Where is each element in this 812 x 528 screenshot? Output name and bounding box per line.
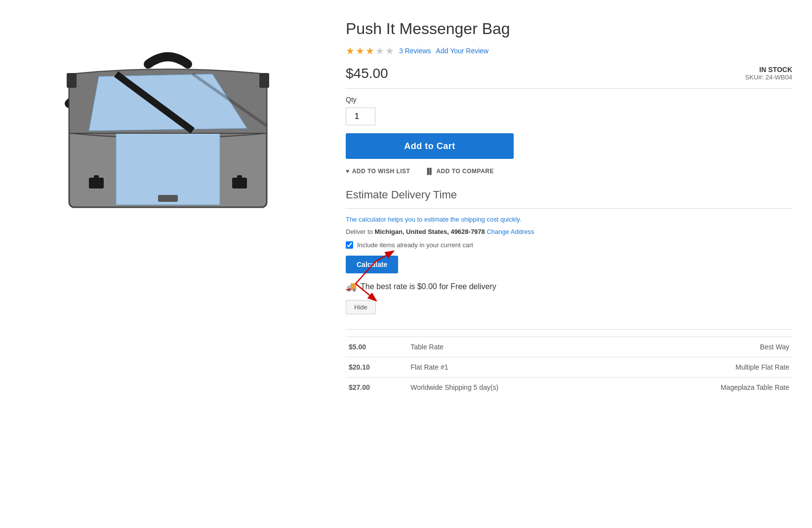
shipping-rate-carrier-3: Mageplaza Table Rate <box>622 377 792 398</box>
shipping-rate-name-2: Flat Rate #1 <box>407 357 622 377</box>
best-rate-text: The best rate is $0.00 for Free delivery <box>361 282 496 291</box>
star-1: ★ <box>346 45 355 57</box>
hide-button[interactable]: Hide <box>346 300 376 314</box>
shipping-rate-carrier-2: Multiple Flat Rate <box>622 357 792 377</box>
star-2: ★ <box>356 45 365 57</box>
calculate-button[interactable]: Calculate <box>346 256 398 273</box>
sku-label: SKU#: <box>745 74 764 81</box>
add-review-link[interactable]: Add Your Review <box>436 47 489 55</box>
qty-input[interactable] <box>346 108 375 125</box>
svg-rect-6 <box>237 175 242 179</box>
rates-divider <box>346 329 792 330</box>
deliver-to-address: Michigan, United States, 49628-7978 <box>375 228 485 235</box>
svg-rect-8 <box>67 73 77 88</box>
svg-rect-3 <box>89 178 104 189</box>
shipping-rates-body: $5.00 Table Rate Best Way $20.10 Flat Ra… <box>346 337 792 398</box>
include-cart-label: Include items already in your current ca… <box>357 241 473 249</box>
deliver-to: Deliver to Michigan, United States, 4962… <box>346 228 792 235</box>
best-rate-row: 🚚 The best rate is $0.00 for Free delive… <box>346 281 792 292</box>
deliver-to-prefix: Deliver to <box>346 228 373 235</box>
add-to-cart-button[interactable]: Add to Cart <box>346 133 514 159</box>
shipping-rate-row-3: $27.00 Worldwide Shipping 5 day(s) Magep… <box>346 377 792 398</box>
shipping-rates-table: $5.00 Table Rate Best Way $20.10 Flat Ra… <box>346 337 792 397</box>
price-divider <box>346 88 792 89</box>
product-image <box>40 25 296 232</box>
compare-label: ADD TO COMPARE <box>436 168 494 175</box>
svg-rect-4 <box>94 175 99 179</box>
shipping-rate-price-2: $20.10 <box>346 357 407 377</box>
sku-value: 24-WB04 <box>766 74 792 81</box>
change-address-link[interactable]: Change Address <box>487 228 534 235</box>
star-5: ★ <box>385 45 394 57</box>
stock-info: IN STOCK SKU#: 24-WB04 <box>745 66 792 81</box>
compare-icon: ▐▌ <box>425 168 434 175</box>
shipping-rate-name-1: Table Rate <box>407 337 622 357</box>
shipping-rate-price-3: $27.00 <box>346 377 407 398</box>
truck-icon: 🚚 <box>346 281 357 292</box>
reviews-link[interactable]: 3 Reviews <box>399 47 431 55</box>
star-rating: ★ ★ ★ ★ ★ <box>346 45 394 57</box>
price-stock-row: $45.00 IN STOCK SKU#: 24-WB04 <box>346 66 792 81</box>
product-title: Push It Messenger Bag <box>346 20 792 38</box>
shipping-rate-price-1: $5.00 <box>346 337 407 357</box>
shipping-rate-row-1: $5.00 Table Rate Best Way <box>346 337 792 357</box>
svg-rect-7 <box>158 195 178 202</box>
sku: SKU#: 24-WB04 <box>745 74 792 81</box>
svg-rect-9 <box>259 73 269 88</box>
product-price: $45.00 <box>346 66 388 81</box>
product-details-section: Push It Messenger Bag ★ ★ ★ ★ ★ 3 Review… <box>316 15 792 513</box>
add-to-compare-button[interactable]: ▐▌ ADD TO COMPARE <box>425 168 494 175</box>
delivery-section-title: Estimate Delivery Time <box>346 189 792 201</box>
add-to-wishlist-button[interactable]: ♥ ADD TO WISH LIST <box>346 168 410 175</box>
rating-row: ★ ★ ★ ★ ★ 3 Reviews Add Your Review <box>346 45 792 57</box>
svg-rect-5 <box>232 178 247 189</box>
star-4: ★ <box>375 45 384 57</box>
delivery-divider <box>346 208 792 209</box>
shipping-rate-row-2: $20.10 Flat Rate #1 Multiple Flat Rate <box>346 357 792 377</box>
star-3: ★ <box>365 45 374 57</box>
shipping-rate-carrier-1: Best Way <box>622 337 792 357</box>
product-image-wrapper <box>40 25 296 232</box>
heart-icon: ♥ <box>346 168 350 175</box>
stock-status: IN STOCK <box>745 66 792 74</box>
include-cart-checkbox[interactable] <box>346 241 353 249</box>
product-image-section <box>20 15 316 513</box>
include-cart-row: Include items already in your current ca… <box>346 241 792 249</box>
wishlist-label: ADD TO WISH LIST <box>352 168 410 175</box>
qty-label: Qty <box>346 96 792 104</box>
delivery-description: The calculator helps you to estimate the… <box>346 216 792 223</box>
svg-rect-1 <box>116 133 220 205</box>
wishlist-compare-row: ♥ ADD TO WISH LIST ▐▌ ADD TO COMPARE <box>346 168 792 175</box>
shipping-rate-name-3: Worldwide Shipping 5 day(s) <box>407 377 622 398</box>
